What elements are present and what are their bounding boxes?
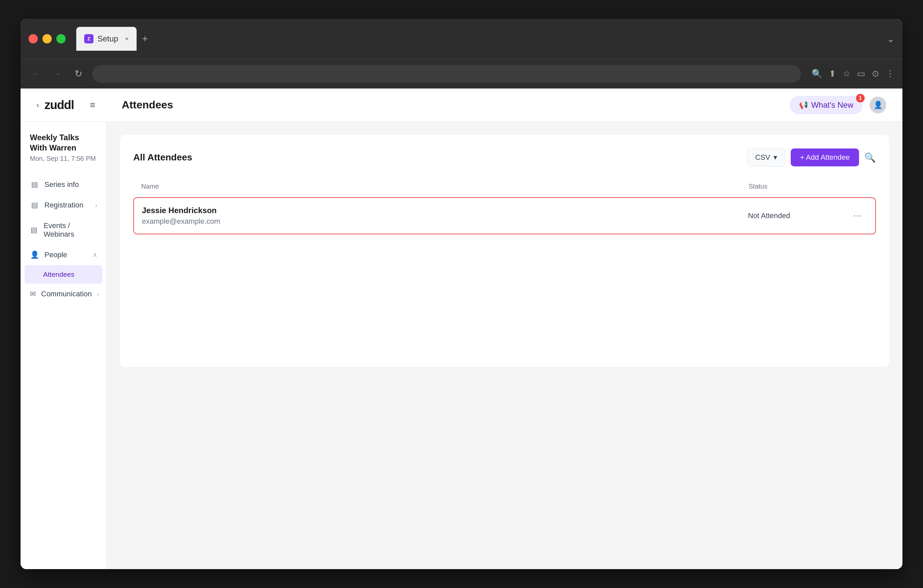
chevron-down-icon: ›	[95, 202, 97, 209]
sidebar-item-label: Registration	[44, 201, 83, 209]
table-header: Name Status	[133, 179, 876, 195]
attendee-email: example@example.com	[142, 217, 748, 226]
card-actions: CSV ▾ + Add Attendee 🔍	[747, 148, 876, 167]
more-options-button[interactable]: ⋯	[847, 211, 867, 221]
sidebar-item-communication[interactable]: ✉ Communication ›	[21, 284, 107, 304]
nav-bar: ← → ↻ 🔍 ⬆ ☆ ▭ ⊙ ⋮	[21, 59, 902, 89]
table-row[interactable]: Jessie Hendrickson example@example.com N…	[133, 197, 876, 234]
reader-view-icon[interactable]: ▭	[857, 69, 866, 79]
browser-window: Z Setup × + ⌄ ← → ↻ 🔍 ⬆ ☆ ▭ ⊙ ⋮ ‹ zuddl	[21, 19, 902, 569]
nav-icons: 🔍 ⬆ ☆ ▭ ⊙ ⋮	[811, 69, 895, 79]
page-title: Attendees	[122, 99, 789, 111]
card-header: All Attendees CSV ▾ + Add Attendee 🔍	[133, 148, 876, 167]
csv-label: CSV	[755, 153, 770, 162]
profile-icon[interactable]: ⊙	[872, 69, 879, 79]
column-header-name: Name	[141, 182, 749, 190]
sidebar-item-series-info[interactable]: ▤ Series info	[21, 174, 107, 195]
app-content: ‹ zuddl ≡ Attendees 📢 What's New 1 👤	[21, 89, 902, 569]
sidebar: Weekly Talks With Warren Mon, Sep 11, 7:…	[21, 122, 107, 569]
whats-new-label: What's New	[811, 100, 853, 110]
sidebar-section: ▤ Series info ▤ Registration › ▤ Events …	[21, 174, 107, 304]
sidebar-item-label: Events / Webinars	[43, 222, 97, 239]
back-logo: ‹ zuddl ≡	[36, 98, 95, 112]
back-to-events-button[interactable]: ‹	[36, 100, 39, 110]
registration-icon: ▤	[30, 201, 39, 209]
events-icon: ▤	[30, 226, 38, 234]
attendee-name: Jessie Hendrickson	[142, 206, 748, 215]
whats-new-button[interactable]: 📢 What's New 1	[790, 96, 863, 114]
chevron-up-icon: ∧	[93, 251, 97, 258]
chevron-down-icon: ›	[97, 291, 99, 298]
search-icon[interactable]: 🔍	[864, 152, 876, 163]
bookmark-icon[interactable]: ☆	[843, 69, 851, 79]
app-header: ‹ zuddl ≡ Attendees 📢 What's New 1 👤	[21, 89, 902, 122]
maximize-window-button[interactable]	[56, 34, 66, 43]
logo: zuddl	[44, 98, 74, 112]
series-info-icon: ▤	[30, 180, 39, 189]
card-title: All Attendees	[133, 152, 192, 163]
address-bar[interactable]	[92, 65, 801, 83]
forward-button[interactable]: →	[50, 67, 64, 81]
csv-export-button[interactable]: CSV ▾	[747, 148, 785, 167]
tab-bar: Z Setup × +	[76, 27, 882, 51]
tab-favicon: Z	[84, 34, 94, 43]
event-name: Weekly Talks With Warren	[30, 132, 97, 153]
share-icon[interactable]: ⬆	[829, 69, 836, 79]
tab-title: Setup	[97, 34, 118, 43]
csv-chevron-icon: ▾	[774, 153, 777, 162]
add-attendee-button[interactable]: + Add Attendee	[791, 148, 859, 166]
content-area: All Attendees CSV ▾ + Add Attendee 🔍	[107, 122, 902, 569]
content-card: All Attendees CSV ▾ + Add Attendee 🔍	[120, 135, 889, 367]
communication-icon: ✉	[30, 290, 36, 298]
title-bar: Z Setup × + ⌄	[21, 19, 902, 59]
add-attendee-label: + Add Attendee	[800, 153, 850, 162]
sidebar-item-events-webinars[interactable]: ▤ Events / Webinars	[21, 215, 107, 245]
more-options-icon[interactable]: ⋮	[886, 69, 895, 79]
back-button[interactable]: ←	[28, 67, 43, 81]
refresh-button[interactable]: ↻	[71, 67, 85, 81]
sidebar-item-label: Communication	[41, 290, 92, 298]
people-icon: 👤	[30, 251, 39, 259]
attendee-status: Not Attended	[748, 212, 847, 220]
traffic-lights	[28, 34, 66, 43]
sidebar-sub-item-label: Attendees	[43, 271, 75, 278]
new-tab-button[interactable]: +	[142, 33, 148, 44]
event-info: Weekly Talks With Warren Mon, Sep 11, 7:…	[21, 132, 107, 172]
active-tab[interactable]: Z Setup ×	[76, 27, 136, 51]
minimize-window-button[interactable]	[43, 34, 52, 43]
sidebar-item-people[interactable]: 👤 People ∧	[21, 245, 107, 265]
sidebar-item-label: People	[44, 251, 67, 259]
event-date: Mon, Sep 11, 7:56 PM	[30, 155, 97, 163]
close-window-button[interactable]	[28, 34, 38, 43]
notification-badge: 1	[856, 94, 865, 102]
header-actions: 📢 What's New 1 👤	[790, 96, 887, 114]
avatar-icon: 👤	[874, 101, 882, 109]
main-layout: Weekly Talks With Warren Mon, Sep 11, 7:…	[21, 122, 902, 569]
attendee-info: Jessie Hendrickson example@example.com	[142, 206, 748, 226]
sidebar-item-registration[interactable]: ▤ Registration ›	[21, 195, 107, 215]
column-header-status: Status	[749, 182, 848, 190]
sidebar-item-label: Series info	[44, 180, 79, 189]
zoom-icon[interactable]: 🔍	[811, 69, 822, 79]
user-avatar[interactable]: 👤	[869, 97, 887, 114]
megaphone-icon: 📢	[799, 101, 808, 109]
sidebar-item-attendees[interactable]: Attendees	[25, 265, 102, 284]
sidebar-toggle-button[interactable]: ≡	[90, 100, 95, 110]
tab-close-button[interactable]: ×	[125, 35, 129, 43]
tab-menu-button[interactable]: ⌄	[887, 33, 895, 44]
